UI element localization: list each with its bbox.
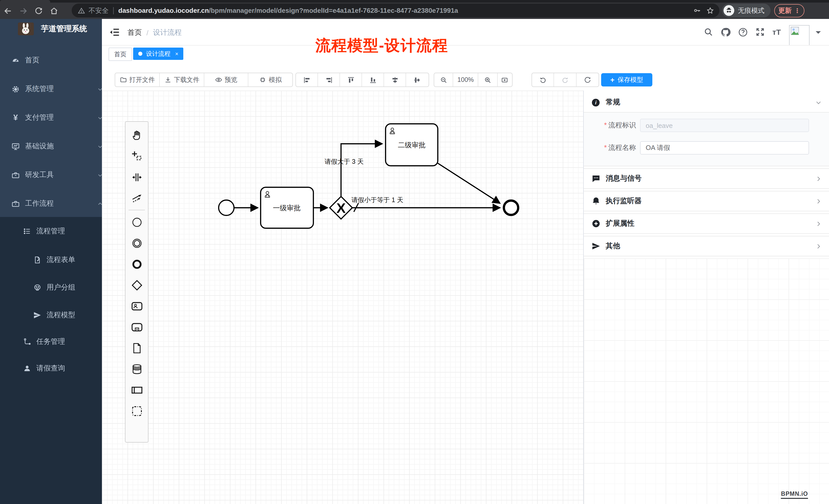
url-path[interactable]: /bpm/manager/model/design?modelId=e4a1a1… bbox=[209, 7, 458, 14]
browser-back-button[interactable] bbox=[0, 4, 15, 18]
process-key-input[interactable]: oa_leave bbox=[640, 119, 809, 132]
section-execution-listener[interactable]: 执行监听器 bbox=[584, 191, 829, 211]
download-icon bbox=[164, 76, 171, 83]
redo-button[interactable] bbox=[554, 73, 577, 86]
font-size-icon[interactable]: ᴛT bbox=[772, 28, 781, 36]
lasso-tool[interactable] bbox=[131, 146, 143, 167]
sidebar-item-payment[interactable]: ¥ 支付管理 bbox=[0, 108, 113, 128]
flow-gateway-to-task2[interactable] bbox=[341, 144, 382, 196]
sidebar: 芋道管理系统 首页 系统管理 ¥ 支付管理 基础设施 研发工具 bbox=[0, 19, 102, 504]
create-data-object[interactable] bbox=[131, 338, 143, 359]
zoom-in-button[interactable] bbox=[478, 73, 498, 86]
sidebar-item-label: 工作流程 bbox=[25, 199, 54, 208]
sidebar-collapse-icon[interactable] bbox=[110, 27, 120, 37]
bpmn-io-watermark[interactable]: BPMN.iO bbox=[781, 491, 808, 499]
sidebar-item-label: 首页 bbox=[25, 56, 39, 65]
undo-button[interactable] bbox=[532, 73, 554, 86]
end-event[interactable] bbox=[504, 201, 518, 215]
preview-button[interactable]: 预览 bbox=[204, 73, 248, 86]
create-participant[interactable] bbox=[131, 380, 143, 401]
address-bar[interactable]: 不安全 dashboard.yudao.iocoder.cn/bpm/manag… bbox=[72, 4, 719, 17]
address-separator bbox=[113, 7, 114, 14]
sidebar-item-home[interactable]: 首页 bbox=[0, 50, 113, 71]
browser-menu-icon[interactable]: ⋮ bbox=[794, 7, 800, 14]
app-title: 芋道管理系统 bbox=[41, 24, 87, 34]
align-top-button[interactable] bbox=[340, 73, 362, 86]
designer-toolbar: 打开文件 下载文件 预览 模拟 bbox=[102, 73, 829, 87]
sidebar-item-system[interactable]: 系统管理 bbox=[0, 79, 113, 99]
sidebar-item-devtools[interactable]: 研发工具 bbox=[0, 165, 113, 185]
align-right-button[interactable] bbox=[318, 73, 340, 86]
history-button-group bbox=[532, 73, 599, 87]
incognito-badge[interactable]: 无痕模式 bbox=[722, 4, 771, 17]
fullscreen-icon[interactable] bbox=[756, 27, 765, 37]
tab-design-process[interactable]: 设计流程 × bbox=[133, 48, 184, 60]
zoom-out-button[interactable] bbox=[434, 73, 454, 86]
save-model-button[interactable]: + 保存模型 bbox=[601, 73, 652, 86]
github-icon[interactable] bbox=[721, 27, 731, 37]
browser-home-button[interactable] bbox=[46, 4, 62, 18]
create-start-event[interactable] bbox=[131, 212, 143, 233]
section-title: 消息与信号 bbox=[606, 174, 642, 183]
process-name-input[interactable]: OA 请假 bbox=[640, 141, 809, 155]
align-left-button[interactable] bbox=[296, 73, 318, 86]
avatar-dropdown-caret[interactable] bbox=[816, 31, 821, 36]
view-tabbar: 首页 设计流程 × bbox=[102, 45, 829, 63]
document-edit-icon bbox=[33, 256, 41, 264]
create-subprocess[interactable] bbox=[131, 317, 143, 338]
align-middle-button[interactable] bbox=[406, 73, 428, 86]
button-label: 打开文件 bbox=[129, 75, 155, 84]
restart-button[interactable] bbox=[576, 73, 599, 86]
zoom-reset-button[interactable] bbox=[498, 73, 512, 86]
browser-update-button[interactable]: 更新 ⋮ bbox=[774, 4, 804, 17]
tab-close-icon[interactable]: × bbox=[175, 51, 178, 57]
not-secure-label[interactable]: 不安全 bbox=[88, 6, 109, 15]
download-file-button[interactable]: 下载文件 bbox=[160, 73, 204, 86]
create-end-event[interactable] bbox=[131, 254, 143, 275]
sidebar-item-label: 请假查询 bbox=[36, 364, 65, 373]
sidebar-item-infrastructure[interactable]: 基础设施 bbox=[0, 136, 113, 157]
password-key-icon[interactable] bbox=[693, 7, 701, 14]
chevron-right-icon bbox=[815, 175, 822, 182]
browser-reload-button[interactable] bbox=[31, 4, 46, 18]
help-icon[interactable] bbox=[738, 27, 748, 37]
hand-tool[interactable] bbox=[131, 125, 143, 146]
button-label: 预览 bbox=[224, 75, 237, 84]
start-event[interactable] bbox=[219, 200, 234, 216]
url-host[interactable]: dashboard.yudao.iocoder.cn bbox=[118, 7, 209, 14]
condition-label-gt3[interactable]: 请假大于 3 天 bbox=[325, 158, 364, 165]
briefcase-icon bbox=[11, 199, 20, 208]
create-group[interactable] bbox=[131, 401, 143, 422]
sidebar-item-workflow[interactable]: 工作流程 bbox=[0, 193, 113, 214]
create-user-task[interactable] bbox=[131, 296, 143, 317]
align-button-group bbox=[295, 73, 429, 87]
breadcrumb-home[interactable]: 首页 bbox=[128, 28, 142, 37]
browser-active-tab[interactable] bbox=[0, 0, 50, 3]
align-bottom-button[interactable] bbox=[362, 73, 384, 86]
condition-label-le1[interactable]: 请假小于等于 1 天 bbox=[352, 196, 403, 203]
tab-home[interactable]: 首页 bbox=[109, 48, 132, 61]
sidebar-item-label: 用户分组 bbox=[46, 283, 75, 292]
section-extended-attributes[interactable]: 扩展属性 bbox=[584, 214, 829, 234]
simulate-button[interactable]: 模拟 bbox=[248, 73, 292, 86]
align-center-button[interactable] bbox=[384, 73, 406, 86]
create-gateway[interactable] bbox=[131, 275, 143, 296]
flow-task2-to-end[interactable] bbox=[438, 163, 500, 203]
create-intermediate-event[interactable] bbox=[131, 233, 143, 254]
section-other[interactable]: 其他 bbox=[584, 236, 829, 256]
incognito-icon bbox=[723, 5, 734, 16]
space-tool[interactable] bbox=[131, 167, 143, 188]
chevron-right-icon bbox=[815, 243, 822, 249]
avatar[interactable] bbox=[789, 25, 809, 45]
app-logo[interactable]: 芋道管理系统 bbox=[0, 19, 102, 39]
browser-tabstrip bbox=[0, 0, 829, 3]
search-icon[interactable] bbox=[704, 27, 714, 37]
sidebar-item-label: 系统管理 bbox=[25, 84, 54, 93]
bookmark-star-icon[interactable] bbox=[706, 6, 714, 14]
open-file-button[interactable]: 打开文件 bbox=[115, 73, 160, 86]
global-connect-tool[interactable] bbox=[131, 188, 143, 209]
browser-forward-button[interactable] bbox=[15, 4, 31, 18]
section-general[interactable]: i 常规 bbox=[584, 92, 829, 112]
section-message-signal[interactable]: 消息与信号 bbox=[584, 168, 829, 189]
create-data-store[interactable] bbox=[131, 359, 143, 380]
